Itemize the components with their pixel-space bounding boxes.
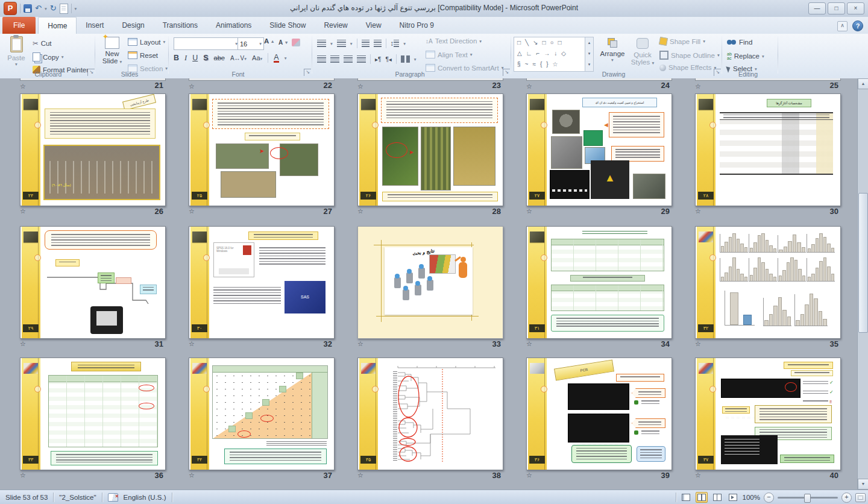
zoom-out-button[interactable]: − xyxy=(764,493,774,503)
cut-button[interactable]: ✂ Cut xyxy=(33,39,52,48)
transition-star-icon[interactable]: ☆ xyxy=(695,471,701,479)
reading-view-button[interactable] xyxy=(711,492,723,503)
slide-position-indicator[interactable]: Slide 53 of 53 xyxy=(5,494,48,501)
tab-design[interactable]: Design xyxy=(113,17,153,34)
transition-star-icon[interactable]: ☆ xyxy=(20,471,26,479)
change-case-button[interactable]: Aa▾ xyxy=(252,54,262,61)
tab-nitro-pro-9[interactable]: Nitro Pro 9 xyxy=(391,17,443,34)
paste-button[interactable]: Paste ▾ xyxy=(5,36,28,67)
strikethrough-button[interactable]: abe xyxy=(214,54,225,61)
ltr-direction-button[interactable]: ▸¶ xyxy=(375,56,381,63)
text-shadow-button[interactable]: S xyxy=(203,54,208,62)
slide-thumbnail-40[interactable]: ۳۷ ✓ ✓ ‼ xyxy=(695,358,841,470)
transition-star-icon[interactable]: ☆ xyxy=(20,83,26,90)
zoom-slider[interactable] xyxy=(778,497,838,499)
scroll-down-icon[interactable]: ▼ xyxy=(858,479,868,490)
numbering-button[interactable] xyxy=(337,40,346,47)
transition-star-icon[interactable]: ☆ xyxy=(20,340,26,348)
slide-thumbnail-27[interactable]: ۲۵ ➤ xyxy=(189,93,335,206)
align-center-button[interactable] xyxy=(330,55,339,63)
transition-star-icon[interactable]: ☆ xyxy=(357,340,363,348)
justify-button[interactable] xyxy=(357,55,366,63)
tab-transitions[interactable]: Transitions xyxy=(154,17,207,34)
decrease-font-size-button[interactable]: A▾ xyxy=(278,39,288,46)
zoom-slider-thumb[interactable] xyxy=(804,494,811,503)
layout-button[interactable]: Layout▾ xyxy=(128,38,165,46)
slide-thumbnail-28[interactable]: ۲۶ ➤ xyxy=(357,93,503,206)
rtl-direction-button[interactable]: ¶◂ xyxy=(385,56,391,63)
help-icon[interactable]: ? xyxy=(852,20,863,31)
font-name-combobox[interactable]: ▾ xyxy=(174,37,240,50)
transition-star-icon[interactable]: ☆ xyxy=(189,471,195,479)
transition-star-icon[interactable]: ☆ xyxy=(357,207,363,215)
slide-thumbnail-38[interactable]: ۳۵ xyxy=(357,358,503,470)
shapes-gallery[interactable]: □╲↘□○□ △∟⌐→↓◇ §~≈{}☆ xyxy=(514,37,586,72)
slide-thumbnail-29[interactable]: ۲۷ استخراج و تعيين كميت وكيفيت دي ان اي … xyxy=(526,93,672,206)
transition-star-icon[interactable]: ☆ xyxy=(695,83,701,90)
transition-star-icon[interactable]: ☆ xyxy=(357,471,363,479)
clear-formatting-icon[interactable] xyxy=(292,39,300,46)
language-indicator[interactable]: English (U.S.) xyxy=(124,494,166,501)
shapes-gallery-scrollbar[interactable]: ▴▾▾ xyxy=(585,37,594,72)
transition-star-icon[interactable]: ☆ xyxy=(526,340,532,348)
slide-sorter-pane[interactable]: ☆ 21 ☆ 22 ☆ 23 ☆ 24 ☆ 25 ۲۴ طرح آزمايشي xyxy=(0,78,868,490)
drawing-dialog-launcher-icon[interactable]: ↘ xyxy=(714,69,721,76)
shape-outline-button[interactable]: Shape Outline▾ xyxy=(659,51,720,60)
line-spacing-button[interactable]: ↕ xyxy=(391,40,400,48)
close-icon[interactable]: × xyxy=(847,2,864,14)
replace-button[interactable]: abac Replace▾ xyxy=(727,52,764,60)
decrease-indent-button[interactable] xyxy=(362,40,370,47)
copy-button[interactable]: Copy▾ xyxy=(33,52,64,61)
transition-star-icon[interactable]: ☆ xyxy=(189,340,195,348)
transition-star-icon[interactable]: ☆ xyxy=(695,340,701,348)
tab-file[interactable]: File xyxy=(2,17,36,34)
arrange-button[interactable]: Arrange ▾ xyxy=(598,38,627,63)
slide-thumbnail-37[interactable]: ۳۴ xyxy=(189,358,335,470)
slide-thumbnail-30[interactable]: ۲۸ مشخصات آغازگرها xyxy=(695,93,841,206)
shape-effects-button[interactable]: Shape Effects▾ xyxy=(659,64,716,71)
paste-dropdown-icon[interactable]: ▾ xyxy=(5,61,28,67)
columns-button[interactable] xyxy=(401,55,410,63)
align-text-button[interactable]: Align Text▾ xyxy=(426,51,472,58)
scroll-up-icon[interactable]: ▲ xyxy=(858,78,868,89)
align-left-button[interactable] xyxy=(317,55,326,63)
tab-animations[interactable]: Animations xyxy=(207,17,260,34)
tab-slide-show[interactable]: Slide Show xyxy=(260,17,315,34)
tab-review[interactable]: Review xyxy=(315,17,356,34)
transition-star-icon[interactable]: ☆ xyxy=(189,83,195,90)
transition-star-icon[interactable]: ☆ xyxy=(526,471,532,479)
transition-star-icon[interactable]: ☆ xyxy=(526,83,532,90)
slide-thumbnail-26[interactable]: ۲۴ طرح آزمايشي (سال ۸۹-۹۰) xyxy=(20,93,166,206)
spellcheck-book-icon[interactable] xyxy=(108,493,118,502)
text-direction-button[interactable]: ↕A Text Direction▾ xyxy=(426,37,482,45)
bold-button[interactable]: B xyxy=(174,54,179,62)
bullets-button[interactable] xyxy=(317,40,326,47)
transition-star-icon[interactable]: ☆ xyxy=(526,207,532,215)
slide-thumbnail-35[interactable]: ۳۲ xyxy=(695,226,841,339)
transition-star-icon[interactable]: ☆ xyxy=(695,207,701,215)
increase-indent-button[interactable] xyxy=(374,40,382,47)
character-spacing-button[interactable]: A↔V▾ xyxy=(230,55,247,61)
increase-font-size-button[interactable]: A▴ xyxy=(264,37,274,45)
vertical-scrollbar[interactable]: ▲ ▼ xyxy=(857,78,868,490)
zoom-level-indicator[interactable]: 100% xyxy=(743,494,760,501)
slide-thumbnail-33[interactable]: نتايج و بحث xyxy=(357,226,503,339)
scrollbar-thumb[interactable] xyxy=(858,193,868,333)
slide-thumbnail-39[interactable]: ۳۶ PCR xyxy=(526,358,672,470)
slide-thumbnail-36[interactable]: ۳۳ xyxy=(20,358,166,470)
underline-button[interactable]: U xyxy=(192,54,198,62)
tab-home[interactable]: Home xyxy=(38,17,77,34)
font-size-combobox[interactable]: 16▾ xyxy=(237,37,264,50)
find-button[interactable]: Find xyxy=(727,39,752,46)
font-dialog-launcher-icon[interactable]: ↘ xyxy=(304,69,311,76)
reset-button[interactable]: Reset xyxy=(128,51,158,59)
normal-view-button[interactable] xyxy=(680,492,692,503)
font-color-button[interactable]: A xyxy=(274,54,278,63)
slide-thumbnail-32[interactable]: ۳۰ SPSS 16.0 for Windows SAS xyxy=(189,226,335,339)
slide-thumbnail-34[interactable]: ۳۱ xyxy=(526,226,672,339)
minimize-icon[interactable]: — xyxy=(808,2,826,14)
clipboard-dialog-launcher-icon[interactable]: ↘ xyxy=(87,69,95,76)
slide-show-button[interactable] xyxy=(727,492,739,503)
minimize-ribbon-icon[interactable]: ∧ xyxy=(837,21,848,31)
paragraph-dialog-launcher-icon[interactable]: ↘ xyxy=(503,69,510,76)
